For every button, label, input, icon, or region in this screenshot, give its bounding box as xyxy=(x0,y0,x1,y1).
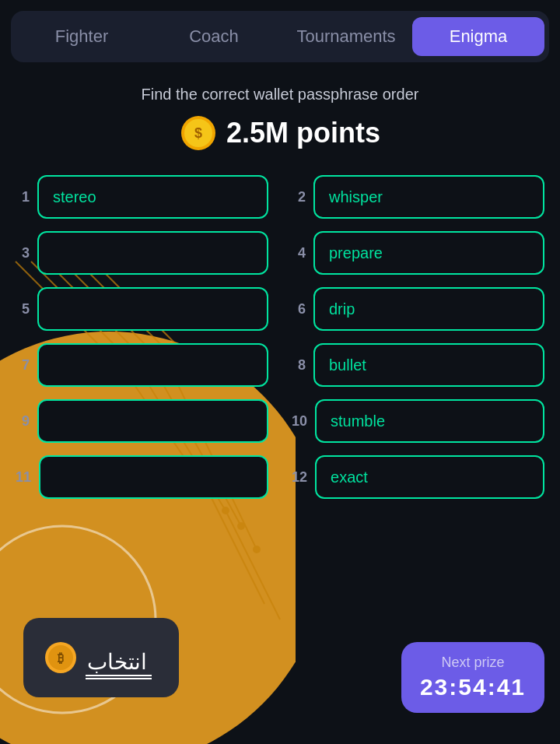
hero-section: Find the correct wallet passphrase order… xyxy=(0,86,560,152)
word-number-9: 9 xyxy=(16,413,30,430)
nav-item-enigma[interactable]: Enigma xyxy=(412,17,544,56)
word-row-5: 5 xyxy=(16,287,268,331)
word-box-4[interactable]: prepare xyxy=(313,231,544,275)
svg-text:انتخاب: انتخاب xyxy=(87,650,147,674)
svg-text:₿: ₿ xyxy=(58,651,64,665)
word-row-4: 4 prepare xyxy=(292,231,544,275)
word-number-6: 6 xyxy=(292,301,306,318)
word-number-8: 8 xyxy=(292,357,306,374)
next-prize-timer: 23:54:41 xyxy=(420,674,526,700)
word-number-10: 10 xyxy=(292,413,307,430)
svg-line-24 xyxy=(226,511,280,619)
word-box-6[interactable]: drip xyxy=(313,287,544,331)
svg-point-22 xyxy=(254,546,260,553)
word-row-7: 7 xyxy=(16,343,268,387)
hero-points: $ 2.5M points xyxy=(16,114,544,152)
word-number-5: 5 xyxy=(16,301,30,318)
word-box-2[interactable]: whisper xyxy=(313,175,544,219)
word-row-11: 11 xyxy=(16,455,268,499)
svg-point-21 xyxy=(238,523,244,529)
coin-icon: $ xyxy=(180,114,217,152)
next-prize-label: Next prize xyxy=(420,655,526,671)
word-box-5[interactable] xyxy=(37,287,268,331)
next-prize-panel[interactable]: Next prize 23:54:41 xyxy=(401,642,544,713)
svg-text:$: $ xyxy=(194,125,202,141)
word-row-3: 3 xyxy=(16,231,268,275)
word-box-9[interactable] xyxy=(37,399,268,443)
word-number-1: 1 xyxy=(16,189,30,205)
word-row-10: 10 stumble xyxy=(292,399,544,443)
word-row-12: 12 exact xyxy=(292,455,544,499)
nav-bar: Fighter Coach Tournaments Enigma xyxy=(11,11,549,62)
word-number-4: 4 xyxy=(292,245,306,261)
word-grid: 1 stereo 2 whisper 3 4 prepare 5 6 drip … xyxy=(16,175,544,499)
svg-point-20 xyxy=(222,507,229,514)
svg-line-23 xyxy=(210,495,264,604)
nav-item-fighter[interactable]: Fighter xyxy=(16,17,148,56)
word-box-1[interactable]: stereo xyxy=(37,175,268,219)
word-row-6: 6 drip xyxy=(292,287,544,331)
word-row-8: 8 bullet xyxy=(292,343,544,387)
word-row-2: 2 whisper xyxy=(292,175,544,219)
word-number-2: 2 xyxy=(292,189,306,205)
word-number-12: 12 xyxy=(292,469,307,486)
hero-subtitle: Find the correct wallet passphrase order xyxy=(16,86,544,104)
word-row-9: 9 xyxy=(16,399,268,443)
word-box-11[interactable] xyxy=(39,455,268,499)
word-box-8[interactable]: bullet xyxy=(313,343,544,387)
word-number-3: 3 xyxy=(16,245,30,261)
word-row-1: 1 stereo xyxy=(16,175,268,219)
logo-badge: ₿ انتخاب xyxy=(23,618,179,697)
word-box-3[interactable] xyxy=(37,231,268,275)
word-number-7: 7 xyxy=(16,357,30,374)
logo-icon: ₿ انتخاب xyxy=(39,630,163,685)
points-value: 2.5M points xyxy=(226,117,380,149)
word-box-10[interactable]: stumble xyxy=(315,399,544,443)
nav-item-tournaments[interactable]: Tournaments xyxy=(280,17,412,56)
nav-item-coach[interactable]: Coach xyxy=(148,17,280,56)
word-number-11: 11 xyxy=(16,469,31,486)
word-box-7[interactable] xyxy=(37,343,268,387)
word-box-12[interactable]: exact xyxy=(315,455,544,499)
